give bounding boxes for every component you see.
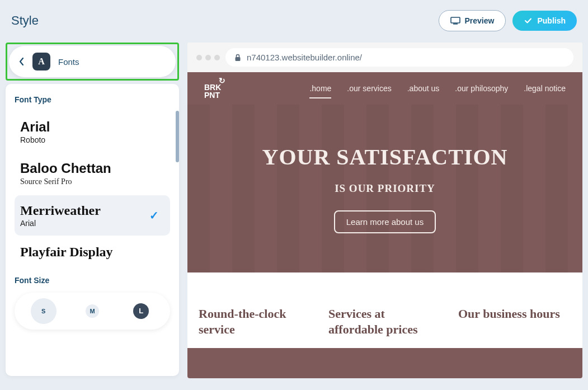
svg-rect-1 [453, 24, 458, 25]
font-option-playfair[interactable]: Playfair Display [15, 237, 170, 267]
font-main-label: Arial [20, 120, 164, 134]
learn-more-button[interactable]: Learn more about us [334, 210, 436, 233]
font-size-heading: Font Size [15, 276, 170, 285]
font-option-baloo[interactable]: Baloo Chettan Source Serif Pro [15, 153, 170, 194]
hero-title: YOUR SATISFACTION [262, 144, 508, 170]
nav-home[interactable]: .home [309, 84, 331, 98]
nav-services[interactable]: .our services [347, 84, 391, 98]
publish-button[interactable]: Publish [512, 11, 577, 31]
nav-philosophy[interactable]: .our philosophy [455, 84, 508, 98]
font-sub-label: Arial [20, 219, 164, 228]
nav-about[interactable]: .about us [407, 84, 440, 98]
scrollbar[interactable] [176, 111, 179, 162]
feature-heading: Services at affordable prices [328, 306, 441, 337]
hero-section: YOUR SATISFACTION IS OUR PRIORITY Learn … [187, 105, 582, 272]
dot-icon [196, 55, 202, 60]
browser-chrome: n740123.websitebuilder.online/ [187, 43, 582, 72]
url-text: n740123.websitebuilder.online/ [247, 53, 362, 62]
features-row: Round-the-clock service Services at affo… [187, 272, 582, 348]
fonts-header-highlight: A Fonts [6, 43, 179, 81]
preview-button[interactable]: Preview [439, 10, 506, 31]
selected-check-icon: ✓ [149, 209, 159, 222]
svg-rect-2 [236, 57, 241, 61]
lock-icon [234, 54, 241, 62]
logo-swirl-icon: ↻ [219, 77, 225, 84]
publish-label: Publish [537, 16, 566, 25]
hero-subtitle: IS OUR PRIORITY [335, 182, 435, 195]
back-icon[interactable] [19, 57, 25, 66]
page-title: Style [11, 13, 39, 28]
site-preview: n740123.websitebuilder.online/ ↻ BRK PNT… [187, 43, 582, 378]
check-icon [524, 16, 533, 25]
font-a-icon: A [32, 53, 50, 71]
feature-heading: Round-the-clock service [199, 306, 312, 337]
font-main-label: Playfair Display [20, 245, 164, 259]
font-option-merriweather[interactable]: Merriweather Arial ✓ [15, 195, 170, 236]
font-size-medium[interactable]: M [79, 298, 105, 324]
font-type-heading: Font Type [15, 95, 170, 104]
fonts-panel: Font Type Arial Roboto Baloo Chettan Sou… [6, 84, 179, 376]
font-option-arial[interactable]: Arial Roboto [15, 112, 170, 152]
dot-icon [214, 55, 220, 60]
font-sub-label: Roboto [20, 135, 164, 144]
svg-rect-0 [451, 17, 460, 23]
dot-icon [205, 55, 211, 60]
url-bar[interactable]: n740123.websitebuilder.online/ [225, 48, 573, 67]
fonts-header[interactable]: A Fonts [9, 46, 176, 77]
preview-label: Preview [465, 16, 495, 25]
preview-icon [450, 17, 460, 25]
fonts-header-label: Fonts [58, 57, 79, 67]
font-size-small[interactable]: S [31, 298, 57, 324]
font-size-selector: S M L [15, 293, 170, 330]
traffic-lights [196, 55, 220, 60]
site-logo[interactable]: ↻ BRK PNT [204, 83, 221, 99]
font-sub-label: Source Serif Pro [20, 177, 164, 186]
font-size-large[interactable]: L [128, 298, 154, 324]
feature-heading: Our business hours [458, 306, 571, 322]
font-main-label: Merriweather [20, 203, 164, 218]
font-main-label: Baloo Chettan [20, 161, 164, 176]
nav-legal[interactable]: .legal notice [524, 84, 566, 98]
